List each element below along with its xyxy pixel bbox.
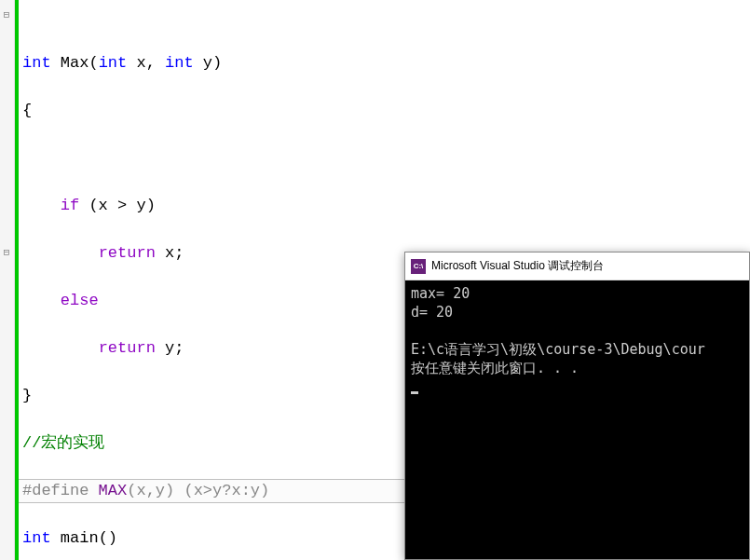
console-cursor: [411, 391, 418, 394]
console-title: Microsoft Visual Studio 调试控制台: [431, 258, 604, 274]
code-line[interactable]: [22, 146, 746, 171]
console-line: 按任意键关闭此窗口. . .: [411, 360, 579, 376]
code-line[interactable]: {: [22, 99, 746, 123]
console-line: max= 20: [411, 285, 470, 302]
fold-toggle-icon[interactable]: ⊟: [0, 4, 13, 28]
console-line: d= 20: [411, 304, 453, 321]
fold-toggle-icon[interactable]: ⊟: [0, 241, 13, 266]
debug-console-window[interactable]: C:\ Microsoft Visual Studio 调试控制台 max= 2…: [404, 252, 750, 560]
code-line[interactable]: if (x > y): [22, 194, 746, 218]
code-line[interactable]: int Max(int x, int y): [22, 51, 746, 75]
console-output[interactable]: max= 20 d= 20 E:\c语言学习\初级\course-3\Debug…: [405, 280, 749, 559]
console-titlebar[interactable]: C:\ Microsoft Visual Studio 调试控制台: [405, 253, 749, 280]
fold-gutter: ⊟ ⊟: [0, 0, 15, 560]
console-line: E:\c语言学习\初级\course-3\Debug\cour: [411, 341, 705, 358]
vs-icon: C:\: [411, 259, 426, 274]
